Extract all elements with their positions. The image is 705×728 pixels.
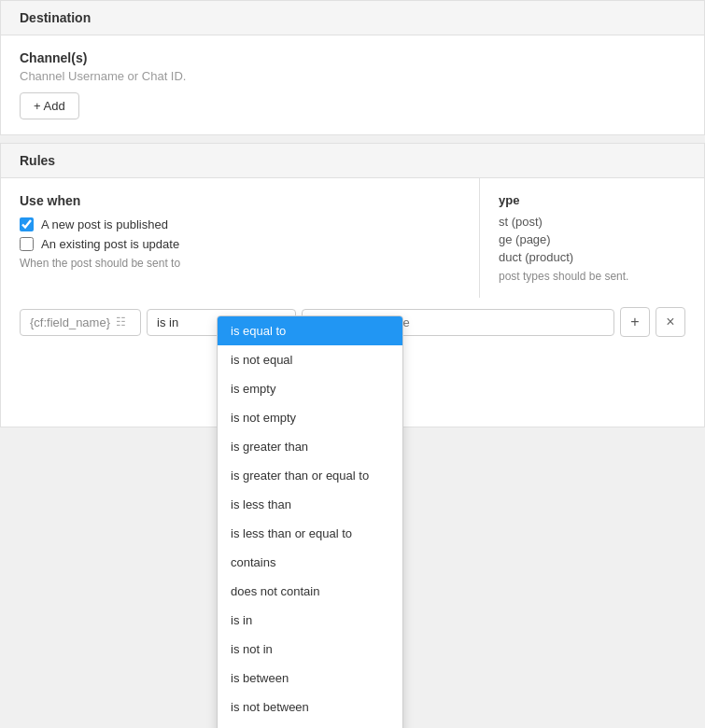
destination-add-button[interactable]: + Add [20,92,79,119]
new-post-label: A new post is published [41,217,168,231]
dropdown-item[interactable]: is in [218,606,402,635]
dropdown-item[interactable]: is less than [218,490,402,519]
close-icon: × [666,314,674,330]
rules-hint: When the post should be sent to [20,257,460,270]
new-post-checkbox[interactable] [20,217,34,231]
rules-body: Use when A new post is published An exis… [1,178,704,298]
rules-header: Rules [1,144,704,178]
dropdown-item[interactable]: is greater than or equal to [218,461,402,490]
filter-field-text: {cf:field_name} [30,315,110,329]
dropdown-item[interactable]: starts with [218,721,402,728]
dropdown-item[interactable]: is not in [218,635,402,664]
field-icon: ☷ [116,315,126,329]
dropdown-item[interactable]: contains [218,548,402,577]
channel-label: Channel(s) [20,50,685,65]
post-type-label: ype [499,193,685,207]
dropdown-item[interactable]: does not contain [218,577,402,606]
dropdown-item[interactable]: is less than or equal to [218,519,402,548]
operator-value: is in [157,315,178,329]
dropdown-item[interactable]: is not between [218,693,402,721]
filter-field-input[interactable]: {cf:field_name} ☷ [20,309,141,336]
post-type-page: ge (page) [499,232,685,246]
operator-dropdown: is equal tois not equalis emptyis not em… [217,315,403,728]
dropdown-item[interactable]: is not empty [218,403,402,432]
checkbox-row-1: A new post is published [20,217,460,231]
existing-post-checkbox[interactable] [20,237,34,251]
existing-post-label: An existing post is update [41,237,179,251]
plus-icon: + [630,314,639,330]
dropdown-item[interactable]: is greater than [218,432,402,461]
remove-filter-button[interactable]: × [656,307,685,337]
dropdown-item[interactable]: is empty [218,374,402,403]
channel-hint: Channel Username or Chat ID. [20,69,685,83]
use-when-label: Use when [20,193,460,208]
dropdown-item[interactable]: is not equal [218,345,402,374]
post-type-post: st (post) [499,215,685,229]
post-type-product: duct (product) [499,250,685,264]
destination-section: Destination Channel(s) Channel Username … [0,0,705,135]
rules-left-panel: Use when A new post is published An exis… [1,178,480,298]
add-filter-button[interactable]: + [620,307,650,337]
rules-right-panel: ype st (post) ge (page) duct (product) p… [480,178,704,298]
dropdown-item[interactable]: is between [218,664,402,693]
post-type-hint: post types should be sent. [499,270,685,283]
dropdown-item[interactable]: is equal to [218,316,402,345]
checkbox-row-2: An existing post is update [20,237,460,251]
destination-header: Destination [1,1,704,35]
